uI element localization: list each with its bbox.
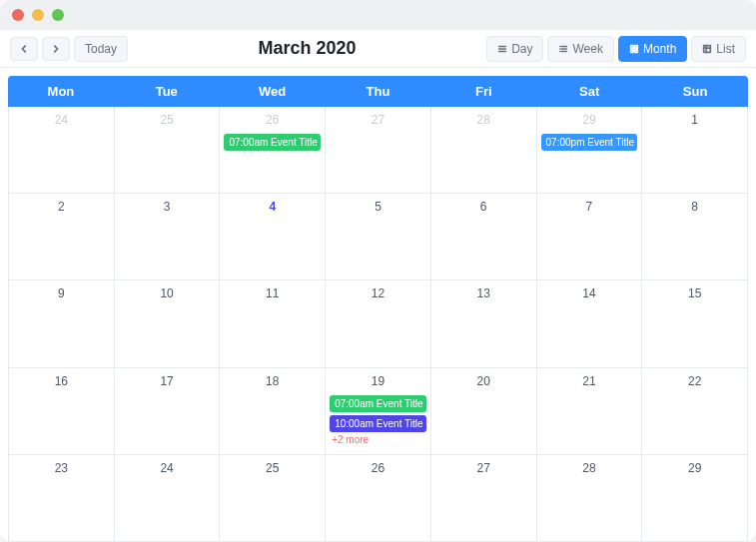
day-cell[interactable]: 21 [537,368,643,455]
day-cell[interactable]: 1907:00am Event Title Nineteen10:00am Ev… [326,368,431,455]
calendar-title: March 2020 [128,38,486,59]
table-icon [702,44,712,54]
day-number: 25 [119,111,216,131]
weekday-header: Mon [8,76,114,107]
day-number: 9 [13,284,110,304]
day-cell[interactable]: 2607:00am Event Title Placeholder [220,107,326,194]
day-cell[interactable]: 27 [431,455,537,542]
day-number: 16 [13,372,110,392]
day-number: 12 [330,284,426,304]
day-cell[interactable]: 5 [326,194,431,280]
weekday-header: Thu [326,76,431,107]
day-cell[interactable]: 3 [115,194,221,280]
day-cell[interactable]: 23 [9,455,115,542]
day-cell[interactable]: 28 [431,107,537,194]
calendar-event[interactable]: 10:00am Event Title Meeting [330,415,426,432]
window-titlebar [0,0,756,30]
day-cell[interactable]: 9 [9,280,115,367]
day-cell[interactable]: 29 [642,455,748,542]
day-number: 4 [224,198,321,218]
day-number: 23 [13,459,110,479]
view-day-button[interactable]: Day [486,36,543,62]
svg-rect-3 [635,49,638,52]
day-cell[interactable]: 13 [431,280,537,367]
day-number: 29 [541,111,638,131]
day-cell[interactable]: 7 [537,194,643,280]
lines-icon [497,44,507,54]
day-number: 21 [541,372,638,392]
calendar-event[interactable]: 07:00am Event Title Nineteen [330,395,426,412]
day-cell[interactable]: 4 [220,194,326,280]
day-cell[interactable]: 6 [431,194,537,280]
weekday-header: Tue [114,76,220,107]
day-number: 8 [646,198,743,218]
day-number: 29 [646,459,743,479]
day-cell[interactable]: 15 [642,280,748,367]
day-cell[interactable]: 25 [220,455,326,542]
calendar-body: MonTueWedThuFriSatSun 24252607:00am Even… [0,68,756,542]
day-number: 22 [646,372,743,392]
prev-button[interactable] [10,37,38,61]
day-number: 17 [119,372,216,392]
day-cell[interactable]: 24 [9,107,115,194]
day-cell[interactable]: 28 [537,455,643,542]
day-number: 1 [646,111,743,131]
view-list-button[interactable]: List [691,36,746,62]
day-number: 28 [435,111,532,131]
next-button[interactable] [42,37,70,61]
view-list-label: List [716,43,735,55]
day-cell[interactable]: 2907:00pm Event Title Placeholder [537,107,643,194]
day-number: 25 [224,459,321,479]
day-cell[interactable]: 24 [115,455,221,542]
window-zoom-icon[interactable] [52,9,64,21]
window-close-icon[interactable] [12,9,24,21]
weekday-header: Wed [220,76,326,107]
day-cell[interactable]: 22 [642,368,748,455]
view-switch-group: Day Week Month List [486,36,746,62]
view-month-button[interactable]: Month [618,36,687,62]
list-icon [558,44,568,54]
chevron-right-icon [51,44,61,54]
more-events-link[interactable]: +2 more [330,432,426,445]
day-cell[interactable]: 26 [326,455,431,542]
month-grid: 24252607:00am Event Title Placeholder272… [8,107,748,542]
grid-icon [629,44,639,54]
day-cell[interactable]: 20 [431,368,537,455]
day-cell[interactable]: 1 [642,107,748,194]
nav-group: Today [10,36,128,62]
weekday-header: Sat [536,76,642,107]
today-button-label: Today [85,43,117,55]
day-cell[interactable]: 10 [115,280,221,367]
calendar-event[interactable]: 07:00am Event Title Placeholder [224,134,321,151]
calendar-window: Today March 2020 Day Week Month [0,0,756,542]
day-number: 15 [646,284,743,304]
day-number: 24 [13,111,110,131]
weekday-header-row: MonTueWedThuFriSatSun [8,76,748,107]
day-number: 5 [330,198,426,218]
day-cell[interactable]: 25 [115,107,221,194]
day-number: 26 [224,111,321,131]
day-cell[interactable]: 16 [9,368,115,455]
svg-rect-1 [635,45,638,48]
day-cell[interactable]: 17 [115,368,221,455]
day-number: 27 [330,111,426,131]
day-cell[interactable]: 12 [326,280,431,367]
day-cell[interactable]: 2 [9,194,115,280]
day-cell[interactable]: 11 [220,280,326,367]
day-number: 2 [13,198,110,218]
day-number: 6 [435,198,532,218]
calendar-event[interactable]: 07:00pm Event Title Placeholder [541,134,638,151]
day-cell[interactable]: 8 [642,194,748,280]
day-cell[interactable]: 27 [326,107,431,194]
view-week-label: Week [572,43,602,55]
view-day-label: Day [511,43,532,55]
day-number: 3 [119,198,216,218]
view-week-button[interactable]: Week [547,36,613,62]
window-minimize-icon[interactable] [32,9,44,21]
day-cell[interactable]: 18 [220,368,326,455]
day-number: 20 [435,372,532,392]
day-cell[interactable]: 14 [537,280,643,367]
svg-rect-0 [631,45,634,48]
today-button[interactable]: Today [74,36,128,62]
day-number: 14 [541,284,638,304]
